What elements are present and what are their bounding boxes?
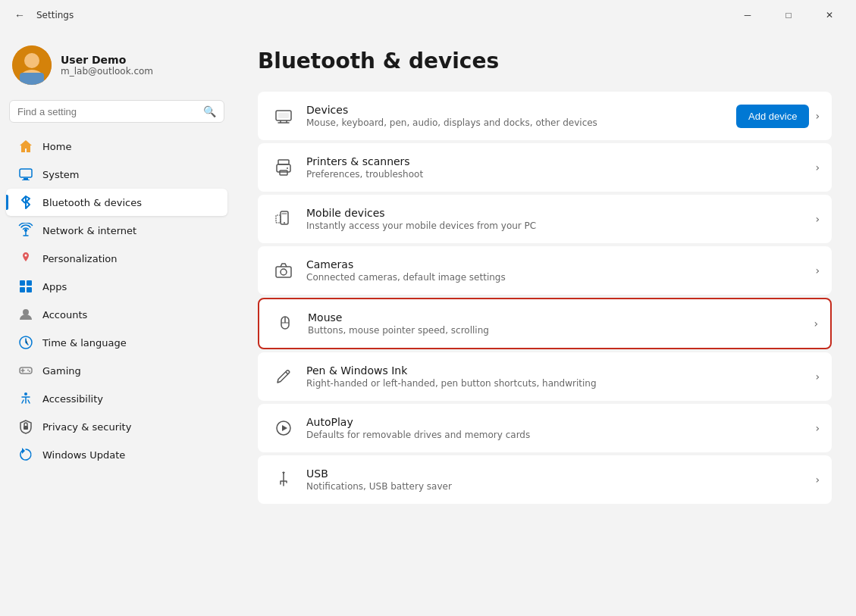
svg-point-21: [29, 371, 30, 372]
svg-rect-3: [20, 73, 44, 85]
usb-title: USB: [306, 467, 815, 480]
cameras-title: Cameras: [306, 258, 815, 270]
settings-item-mouse[interactable]: Mouse Buttons, mouse pointer speed, scro…: [258, 298, 832, 349]
svg-point-15: [23, 309, 29, 315]
user-email: m_lab@outlook.com: [61, 66, 153, 77]
mobile-desc: Instantly access your mobile devices fro…: [306, 220, 815, 231]
sidebar-item-apps[interactable]: Apps: [6, 273, 227, 300]
sidebar-item-home[interactable]: Home: [6, 133, 227, 160]
autoplay-action: ›: [815, 422, 820, 434]
update-icon: [18, 447, 33, 462]
nav-menu: Home System Bluetooth & devices Network …: [0, 132, 234, 469]
autoplay-title: AutoPlay: [306, 416, 815, 428]
svg-rect-13: [20, 287, 25, 292]
add-device-button[interactable]: Add device: [736, 105, 809, 128]
sidebar-item-network[interactable]: Network & internet: [6, 217, 227, 244]
sidebar-item-privacy[interactable]: Privacy & security: [6, 413, 227, 440]
sidebar-label-personalization: Personalization: [42, 253, 118, 264]
settings-item-devices[interactable]: Devices Mouse, keyboard, pen, audio, dis…: [258, 92, 832, 140]
network-icon: [18, 223, 33, 238]
search-icon: 🔍: [203, 105, 216, 117]
mouse-title: Mouse: [308, 311, 814, 324]
sidebar-label-apps: Apps: [42, 281, 67, 292]
titlebar: ← Settings ─ □ ✕: [0, 0, 856, 30]
search-box[interactable]: 🔍: [9, 100, 224, 123]
apps-icon: [18, 279, 33, 294]
autoplay-icon: [270, 414, 297, 442]
personalization-icon: [18, 251, 33, 266]
sidebar-label-home: Home: [42, 141, 71, 152]
usb-desc: Notifications, USB battery saver: [306, 481, 815, 492]
home-icon: [18, 139, 33, 154]
svg-line-42: [286, 372, 288, 374]
user-name: User Demo: [61, 54, 153, 66]
sidebar-label-time: Time & language: [42, 337, 127, 349]
maximize-button[interactable]: □: [771, 3, 806, 27]
svg-rect-4: [20, 169, 32, 177]
sidebar-label-update: Windows Update: [42, 449, 125, 461]
svg-point-38: [281, 269, 287, 275]
settings-item-usb[interactable]: USB Notifications, USB battery saver ›: [258, 455, 832, 504]
svg-rect-14: [27, 287, 32, 292]
devices-action: Add device ›: [736, 105, 820, 128]
mouse-action: ›: [814, 317, 818, 330]
pen-action: ›: [815, 371, 820, 383]
cameras-desc: Connected cameras, default image setting…: [306, 272, 815, 283]
settings-item-autoplay[interactable]: AutoPlay Defaults for removable drives a…: [258, 404, 832, 452]
printers-action: ›: [815, 161, 820, 174]
usb-text: USB Notifications, USB battery saver: [306, 467, 815, 492]
cameras-action: ›: [815, 264, 820, 277]
printers-title: Printers & scanners: [306, 155, 815, 167]
app-title: Settings: [36, 10, 74, 20]
sidebar-item-time[interactable]: Time & language: [6, 329, 227, 356]
devices-title: Devices: [306, 104, 736, 116]
chevron-right-icon: ›: [815, 264, 820, 277]
mouse-icon: [271, 310, 299, 337]
mouse-text: Mouse Buttons, mouse pointer speed, scro…: [308, 311, 814, 336]
printers-text: Printers & scanners Preferences, trouble…: [306, 155, 815, 180]
svg-rect-11: [20, 280, 25, 286]
chevron-right-icon: ›: [815, 213, 820, 225]
svg-rect-31: [280, 170, 287, 175]
settings-item-printers[interactable]: Printers & scanners Preferences, trouble…: [258, 143, 832, 192]
avatar: [12, 45, 52, 85]
settings-item-mobile[interactable]: Mobile devices Instantly access your mob…: [258, 195, 832, 243]
app-layout: User Demo m_lab@outlook.com 🔍 Home Syste…: [0, 30, 856, 616]
close-button[interactable]: ✕: [812, 3, 847, 27]
sidebar-item-personalization[interactable]: Personalization: [6, 245, 227, 272]
user-profile[interactable]: User Demo m_lab@outlook.com: [0, 36, 234, 100]
back-button[interactable]: ←: [9, 5, 30, 26]
svg-point-34: [284, 222, 285, 224]
svg-point-20: [27, 370, 29, 371]
sidebar-label-system: System: [42, 169, 79, 180]
svg-rect-12: [27, 280, 32, 286]
settings-list: Devices Mouse, keyboard, pen, audio, dis…: [258, 92, 832, 504]
svg-point-1: [24, 53, 39, 68]
search-input[interactable]: [17, 106, 197, 117]
pen-desc: Right-handed or left-handed, pen button …: [306, 378, 815, 389]
svg-point-7: [25, 230, 27, 232]
sidebar-item-gaming[interactable]: Gaming: [6, 357, 227, 384]
cameras-icon: [270, 257, 297, 284]
minimize-button[interactable]: ─: [730, 3, 765, 27]
svg-rect-28: [278, 113, 289, 118]
svg-rect-37: [276, 267, 291, 277]
settings-item-pen[interactable]: Pen & Windows Ink Right-handed or left-h…: [258, 352, 832, 401]
main-content: Bluetooth & devices Devices Mouse, keybo…: [234, 30, 856, 616]
mobile-title: Mobile devices: [306, 207, 815, 219]
sidebar-item-accessibility[interactable]: Accessibility: [6, 385, 227, 412]
sidebar-item-bluetooth[interactable]: Bluetooth & devices: [6, 189, 227, 216]
sidebar-item-accounts[interactable]: Accounts: [6, 301, 227, 328]
devices-desc: Mouse, keyboard, pen, audio, displays an…: [306, 117, 736, 128]
svg-marker-45: [282, 472, 285, 474]
autoplay-text: AutoPlay Defaults for removable drives a…: [306, 416, 815, 440]
devices-icon: [270, 102, 297, 130]
sidebar-item-update[interactable]: Windows Update: [6, 441, 227, 468]
accessibility-icon: [18, 391, 33, 406]
settings-item-cameras[interactable]: Cameras Connected cameras, default image…: [258, 246, 832, 295]
svg-point-32: [287, 167, 288, 169]
avatar-image: [12, 45, 52, 85]
chevron-right-icon: ›: [815, 371, 820, 383]
gaming-icon: [18, 363, 33, 378]
sidebar-item-system[interactable]: System: [6, 161, 227, 188]
